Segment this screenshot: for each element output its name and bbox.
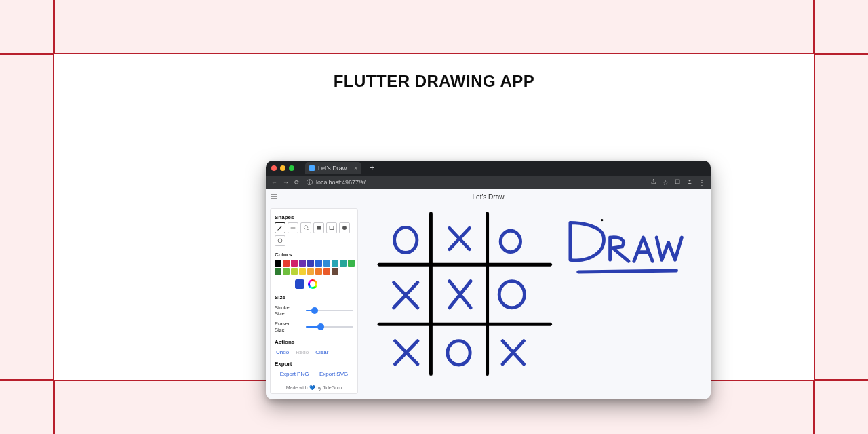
tool-line[interactable] (288, 222, 298, 233)
hamburger-menu-button[interactable] (266, 193, 282, 202)
line-icon (290, 224, 296, 231)
selected-color-swatch[interactable] (295, 279, 304, 289)
stroke-size-slider[interactable] (306, 310, 353, 311)
bookmark-icon[interactable]: ☆ (663, 179, 669, 186)
url-text: localhost:49677/#/ (316, 179, 366, 186)
color-swatch[interactable] (283, 260, 290, 267)
rect-outline-icon (328, 224, 335, 231)
tool-rect-filled[interactable] (313, 222, 324, 233)
tool-pencil[interactable] (275, 222, 285, 233)
svg-point-8 (500, 231, 520, 252)
circle-outline-icon (277, 237, 283, 244)
svg-point-6 (278, 239, 282, 243)
color-swatch[interactable] (307, 260, 314, 267)
stroke-size-label: Stroke Size: (275, 304, 302, 317)
undo-button[interactable]: Undo (276, 349, 289, 355)
canvas-drawing (368, 208, 707, 394)
shape-tools (275, 222, 353, 246)
shapes-label: Shapes (275, 214, 353, 220)
profile-icon[interactable] (686, 178, 693, 186)
svg-point-11 (601, 219, 603, 221)
circle-filled-icon (341, 224, 348, 231)
tool-rect-outline[interactable] (326, 222, 337, 233)
color-picker-button[interactable] (308, 279, 317, 289)
color-swatch[interactable] (332, 268, 338, 275)
svg-point-5 (342, 226, 347, 230)
browser-urlbar: ← → ⟳ ⓘ localhost:49677/#/ ☆ ⋮ (266, 176, 711, 189)
color-swatch[interactable] (332, 260, 338, 267)
app-title: Let's Draw (266, 193, 711, 201)
eraser-size-slider[interactable] (306, 326, 353, 328)
hamburger-icon (270, 193, 278, 201)
svg-rect-0 (675, 180, 679, 184)
heart-icon: 💙 (309, 385, 315, 390)
browser-tab[interactable]: Let's Draw × (305, 162, 361, 174)
rect-filled-icon (315, 224, 322, 231)
export-svg-button[interactable]: Export SVG (319, 371, 348, 377)
color-palette (275, 260, 356, 275)
overflow-menu-icon[interactable]: ⋮ (698, 179, 705, 186)
minimize-window-icon[interactable] (280, 165, 285, 171)
tool-circle-filled[interactable] (339, 222, 350, 233)
tab-close-icon[interactable]: × (354, 165, 357, 172)
pencil-icon (277, 224, 283, 231)
sidebar-footer: Made with 💙 by JideGuru (275, 383, 353, 391)
color-swatch[interactable] (307, 268, 314, 275)
browser-window: Let's Draw × + ← → ⟳ ⓘ localhost:49677/#… (266, 161, 711, 399)
svg-rect-3 (317, 226, 321, 230)
color-swatch[interactable] (283, 268, 290, 275)
nav-reload-icon[interactable]: ⟳ (294, 179, 300, 186)
color-swatch[interactable] (299, 260, 306, 267)
color-swatch[interactable] (315, 260, 322, 267)
new-tab-button[interactable]: + (366, 164, 378, 172)
svg-point-7 (395, 227, 417, 252)
fill-icon (302, 224, 309, 231)
color-swatch[interactable] (275, 268, 281, 275)
nav-forward-icon[interactable]: → (283, 179, 289, 186)
feature-card: FLUTTER DRAWING APP Let's Draw × + ← → ⟳ (54, 54, 814, 380)
tool-sidebar: Shapes Colors Size (270, 208, 358, 394)
colors-label: Colors (275, 252, 353, 258)
color-swatch[interactable] (291, 268, 298, 275)
favicon-icon (309, 165, 315, 171)
address-bar[interactable]: ⓘ localhost:49677/#/ (307, 178, 644, 187)
drawing-canvas[interactable] (368, 208, 707, 394)
color-swatch[interactable] (348, 260, 355, 267)
svg-rect-4 (330, 226, 334, 230)
redo-button[interactable]: Redo (296, 349, 309, 355)
maximize-window-icon[interactable] (289, 165, 294, 171)
nav-back-icon[interactable]: ← (271, 179, 277, 186)
extensions-icon[interactable] (674, 178, 681, 186)
clear-button[interactable]: Clear (315, 349, 328, 355)
window-controls[interactable] (271, 165, 294, 171)
eraser-size-label: Eraser Size: (275, 321, 302, 333)
page-title: FLUTTER DRAWING APP (54, 72, 814, 91)
export-png-button[interactable]: Export PNG (280, 371, 309, 377)
tool-circle-outline[interactable] (275, 235, 285, 246)
svg-point-2 (307, 229, 309, 230)
export-label: Export (275, 361, 353, 367)
close-window-icon[interactable] (271, 165, 277, 171)
browser-tabbar: Let's Draw × + (266, 161, 711, 176)
app-header: Let's Draw (266, 189, 711, 205)
color-swatch[interactable] (275, 260, 281, 267)
color-swatch[interactable] (323, 260, 330, 267)
color-swatch[interactable] (323, 268, 330, 275)
svg-point-10 (448, 341, 470, 365)
share-icon[interactable] (650, 178, 657, 186)
tool-fill[interactable] (300, 222, 311, 233)
color-swatch[interactable] (315, 268, 322, 275)
svg-point-9 (499, 281, 524, 308)
tab-title: Let's Draw (318, 165, 347, 172)
size-label: Size (275, 294, 353, 300)
color-swatch[interactable] (291, 260, 298, 267)
actions-label: Actions (275, 339, 353, 345)
site-info-icon[interactable]: ⓘ (307, 178, 313, 187)
color-swatch[interactable] (299, 268, 306, 275)
color-swatch[interactable] (340, 260, 347, 267)
svg-point-1 (689, 180, 691, 182)
